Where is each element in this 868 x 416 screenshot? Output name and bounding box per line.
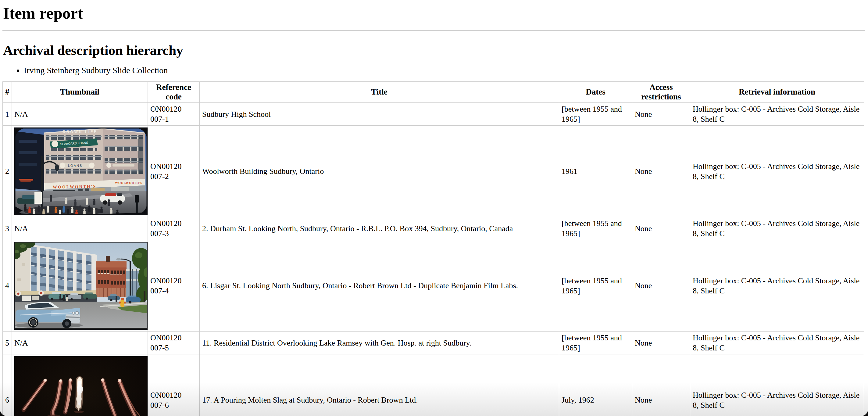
row-number: 3 (3, 217, 12, 240)
thumbnail-cell: N/A (12, 331, 148, 354)
table-header-row: # Thumbnail Reference code Title Dates A… (3, 82, 864, 103)
title-divider (2, 30, 865, 30)
title-cell: 2. Durham St. Looking North, Sudbury, On… (200, 217, 559, 240)
item-report-page: Item report Archival description hierarc… (0, 0, 868, 416)
column-header-dates: Dates (559, 82, 632, 103)
dates-cell: 1961 (559, 126, 632, 217)
table-row: 1 N/A ON00120 007-1 Sudbury High School … (3, 103, 864, 126)
access-restrictions-cell: None (632, 354, 690, 416)
title-cell: Woolworth Building Sudbury, Ontario (200, 126, 559, 217)
crown-life-sign-text: CROWN LIFE (62, 129, 98, 134)
loans-sign-text: LOANS (68, 164, 82, 168)
reference-code-cell: ON00120 007-2 (148, 126, 200, 217)
section-heading: Archival description hierarchy (3, 42, 865, 59)
reference-code-cell: ON00120 007-4 (148, 240, 200, 331)
row-number: 4 (3, 240, 12, 331)
retrieval-information-cell: Hollinger box: C-005 - Archives Cold Sto… (690, 103, 864, 126)
reference-code-cell: ON00120 007-5 (148, 331, 200, 354)
reference-code-cell: ON00120 007-6 (148, 354, 200, 416)
table-row: 4 (3, 240, 864, 331)
column-header-retrieval-information: Retrieval information (690, 82, 864, 103)
page-title: Item report (3, 4, 865, 23)
table-row: 5 N/A ON00120 007-5 11. Residential Dist… (3, 331, 864, 354)
retrieval-information-cell: Hollinger box: C-005 - Archives Cold Sto… (690, 217, 864, 240)
hierarchy-item: Irving Steinberg Sudbury Slide Collectio… (24, 65, 865, 76)
dates-cell: [between 1955 and 1965] (559, 217, 632, 240)
table-row: 3 N/A ON00120 007-3 2. Durham St. Lookin… (3, 217, 864, 240)
access-restrictions-cell: None (632, 217, 690, 240)
retrieval-information-cell: Hollinger box: C-005 - Archives Cold Sto… (690, 240, 864, 331)
access-restrictions-cell: None (632, 331, 690, 354)
thumbnail-cell (12, 240, 148, 331)
thumbnail-cell: N/A (12, 103, 148, 126)
title-cell: 6. Lisgar St. Looking North Sudbury, Ont… (200, 240, 559, 331)
row-number: 5 (3, 331, 12, 354)
table-row: 2 (3, 126, 864, 217)
column-header-title: Title (200, 82, 559, 103)
row-number: 1 (3, 103, 12, 126)
column-header-number: # (3, 82, 12, 103)
reference-code-cell: ON00120 007-1 (148, 103, 200, 126)
dates-cell: [between 1955 and 1965] (559, 103, 632, 126)
column-header-thumbnail: Thumbnail (12, 82, 148, 103)
title-cell: Sudbury High School (200, 103, 559, 126)
item-report-table: # Thumbnail Reference code Title Dates A… (2, 82, 864, 416)
column-header-reference-code: Reference code (148, 82, 200, 103)
lisgar-street-photo (14, 242, 148, 330)
thumbnail-cell: N/A (12, 217, 148, 240)
title-cell: 17. A Pouring Molten Slag at Sudbury, On… (200, 354, 559, 416)
thumbnail-cell (12, 354, 148, 416)
hierarchy-list: Irving Steinberg Sudbury Slide Collectio… (2, 65, 865, 76)
access-restrictions-cell: None (632, 103, 690, 126)
column-header-access-restrictions: Access restrictions (632, 82, 690, 103)
thumbnail-cell: CROWN LIFE SEABOARD LOANS (12, 126, 148, 217)
dates-cell: [between 1955 and 1965] (559, 331, 632, 354)
woolworth-building-street-photo: CROWN LIFE SEABOARD LOANS (14, 127, 148, 215)
report-content: Item report Archival description hierarc… (0, 4, 868, 416)
retrieval-information-cell: Hollinger box: C-005 - Archives Cold Sto… (690, 354, 864, 416)
retrieval-information-cell: Hollinger box: C-005 - Archives Cold Sto… (690, 331, 864, 354)
retrieval-information-cell: Hollinger box: C-005 - Archives Cold Sto… (690, 126, 864, 217)
woolworths-sign-right-text: WOOLWORTH'S (115, 181, 143, 184)
dates-cell: July, 1962 (559, 354, 632, 416)
table-row: 6 (3, 354, 864, 416)
row-number: 6 (3, 354, 12, 416)
access-restrictions-cell: None (632, 126, 690, 217)
dates-cell: [between 1955 and 1965] (559, 240, 632, 331)
molten-slag-pour-photo (14, 356, 148, 416)
access-restrictions-cell: None (632, 240, 690, 331)
row-number: 2 (3, 126, 12, 217)
title-cell: 11. Residential District Overlooking Lak… (200, 331, 559, 354)
reference-code-cell: ON00120 007-3 (148, 217, 200, 240)
